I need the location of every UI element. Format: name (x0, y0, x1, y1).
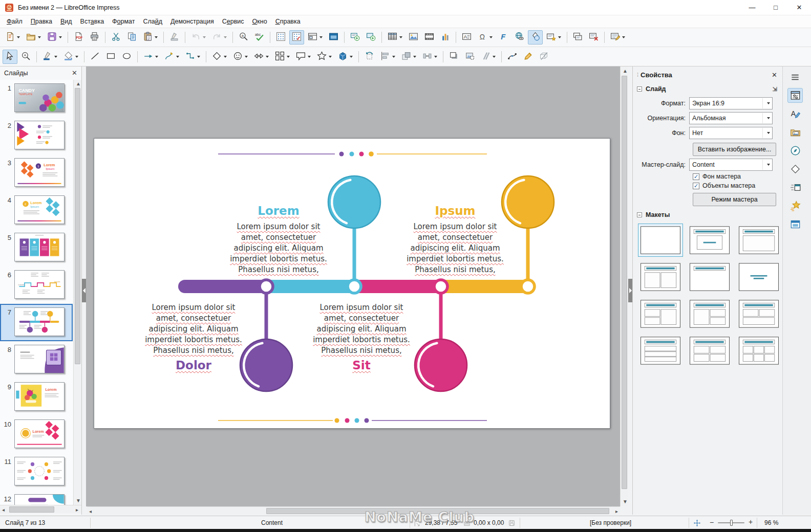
snap-grid-button[interactable] (289, 30, 304, 45)
slide-preview-color-arrows[interactable] (14, 121, 65, 149)
chevron-down-icon[interactable] (54, 56, 57, 58)
align-button[interactable] (378, 50, 398, 64)
collapse-icon[interactable] (637, 212, 642, 217)
sidebar-tab-styles[interactable]: A (787, 106, 803, 121)
arrange-button[interactable] (399, 50, 419, 64)
3d-objects-button[interactable] (335, 50, 355, 64)
flowchart-button[interactable] (272, 50, 292, 64)
properties-close-icon[interactable]: ✕ (772, 71, 777, 79)
close-button[interactable]: ✕ (787, 0, 811, 15)
chevron-down-icon[interactable] (176, 56, 179, 58)
slide-preview-orange-diamonds[interactable]: 1LoremIpsum (14, 158, 65, 187)
slide-editing-area[interactable]: Lorem Lorem ipsum dolor sit amet, consec… (94, 138, 610, 429)
chevron-down-icon[interactable] (197, 56, 200, 58)
right-panel-collapse-handle[interactable] (628, 279, 632, 302)
chevron-down-icon[interactable] (762, 98, 772, 108)
connectors-button[interactable] (183, 50, 203, 64)
chevron-down-icon[interactable] (308, 56, 311, 58)
slide-preview-candy-photo[interactable]: CANDYTEMPLATE (14, 83, 65, 112)
sidebar-tab-gallery[interactable] (787, 125, 803, 140)
layout-option-10[interactable] (638, 334, 683, 367)
slide-preview-zigzag-timeline[interactable]: LoremIpsum (14, 270, 65, 299)
chevron-down-icon[interactable] (155, 36, 158, 38)
spelling-button[interactable]: abc (252, 30, 267, 45)
hyperlink-button[interactable] (512, 30, 527, 45)
undo-button[interactable] (188, 30, 208, 45)
chevron-down-icon[interactable] (558, 36, 561, 38)
slide-preview-purple-title[interactable] (14, 494, 65, 505)
master-slide-status[interactable]: Content (261, 519, 283, 526)
layout-option-9[interactable] (736, 297, 781, 330)
redo-button[interactable] (209, 30, 229, 45)
slide-thumbnail-3[interactable]: 31LoremIpsum (0, 154, 73, 192)
left-panel-collapse-handle[interactable] (82, 279, 86, 302)
chevron-down-icon[interactable] (762, 128, 772, 138)
slide-preview-gift-purple[interactable] (14, 345, 65, 373)
chevron-down-icon[interactable] (319, 36, 323, 38)
cut-button[interactable] (109, 30, 123, 45)
chevron-down-icon[interactable] (17, 36, 20, 38)
slide-thumbnail-6[interactable]: 6LoremIpsum (0, 267, 73, 304)
insert-textbox-button[interactable]: A (459, 30, 474, 45)
slide-thumbnail-7[interactable]: 7 (0, 304, 73, 341)
proofing-status[interactable]: [Без проверки] (590, 519, 631, 526)
zoom-out-button[interactable]: − (710, 518, 714, 526)
zoom-percent-status[interactable]: 96 % (764, 519, 778, 526)
edit-points-button[interactable] (505, 50, 520, 64)
line-color-button[interactable] (40, 50, 60, 64)
chevron-down-icon[interactable] (329, 56, 332, 58)
slide-preview-pink-diamonds[interactable]: Lorem (14, 419, 65, 448)
insert-image-button[interactable] (406, 30, 421, 45)
insert-slide-button[interactable] (544, 30, 564, 45)
layout-option-2[interactable] (687, 224, 732, 257)
stars-button[interactable] (314, 50, 334, 64)
timeline-heading-ipsum[interactable]: Ipsum (404, 204, 506, 217)
slide-preview-four-panels[interactable] (14, 233, 65, 261)
zoom-slider[interactable] (718, 522, 744, 523)
master-slide-select[interactable]: Content (689, 159, 773, 171)
rectangle-button[interactable] (103, 50, 118, 64)
rotate-button[interactable] (362, 50, 377, 64)
slide-thumbnail-2[interactable]: 2 (0, 117, 73, 154)
slide-number-status[interactable]: Слайд 7 из 13 (5, 519, 45, 526)
display-grid-button[interactable] (273, 30, 288, 45)
find-replace-button[interactable]: a (236, 30, 251, 45)
layout-option-5[interactable] (687, 260, 732, 294)
special-char-button[interactable]: Ω (475, 30, 495, 45)
chevron-down-icon[interactable] (224, 56, 227, 58)
chevron-down-icon[interactable] (245, 56, 248, 58)
layout-option-7[interactable] (638, 297, 683, 330)
canvas-vertical-scrollbar[interactable]: ▲ ▼ (620, 66, 628, 506)
slide-preview-circle-timeline[interactable] (14, 307, 65, 336)
sidebar-tab-properties[interactable] (787, 88, 803, 103)
insert-table-button[interactable] (385, 30, 405, 45)
new-button[interactable] (3, 30, 23, 45)
chevron-down-icon[interactable] (399, 36, 402, 38)
document-modified-icon[interactable] (508, 519, 516, 528)
curves-button[interactable] (162, 50, 182, 64)
slides-panel-close-icon[interactable]: ✕ (72, 69, 77, 77)
dialog-launcher-icon[interactable]: ⇲ (773, 86, 777, 93)
sidebar-tab-navigator[interactable] (787, 143, 803, 158)
chevron-down-icon[interactable] (434, 56, 437, 58)
menu-Сервис[interactable]: Сервис (218, 16, 248, 27)
orientation-select[interactable]: Альбомная (689, 112, 773, 124)
layout-option-1[interactable] (638, 224, 683, 257)
crop-image-button[interactable] (462, 50, 477, 64)
distribute-button[interactable] (420, 50, 440, 64)
slide-canvas[interactable]: Lorem Lorem ipsum dolor sit amet, consec… (86, 66, 620, 506)
timeline-text-ipsum[interactable]: Lorem ipsum dolor sit amet, consectetuer… (405, 221, 505, 275)
sidebar-tab-master-slides[interactable] (787, 217, 803, 232)
slide-preview-circle-diagram[interactable] (14, 457, 65, 485)
slide-thumbnail-5[interactable]: 5 (0, 229, 73, 267)
timeline-graphic[interactable] (94, 139, 611, 429)
layout-option-6[interactable] (736, 260, 781, 294)
chevron-down-icon[interactable] (155, 56, 158, 58)
symbol-shapes-button[interactable] (230, 50, 250, 64)
layouts-section-header[interactable]: Макеты (637, 209, 778, 220)
menu-Формат[interactable]: Формат (108, 16, 139, 27)
chevron-down-icon[interactable] (287, 56, 290, 58)
ellipse-button[interactable] (119, 50, 134, 64)
chevron-down-icon[interactable] (762, 160, 772, 170)
menu-Вставка[interactable]: Вставка (76, 16, 108, 27)
